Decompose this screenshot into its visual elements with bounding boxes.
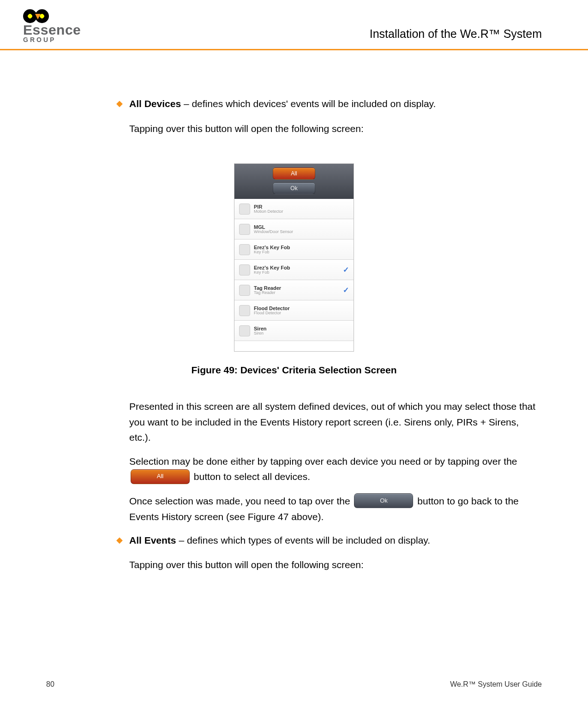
device-subtitle: Tag Reader <box>254 291 339 295</box>
bullet-all-events: ◆ All Events – defines which types of ev… <box>129 533 542 572</box>
footer-guide-title: We.R™ System User Guide <box>450 680 542 689</box>
list-item[interactable]: Erez's Key FobKey Fob✓ <box>234 260 354 280</box>
device-icon <box>239 325 250 336</box>
device-icon <box>239 305 250 316</box>
list-item[interactable]: Tag ReaderTag Reader✓ <box>234 280 354 300</box>
bullet-all-devices: ◆ All Devices – defines which devices' e… <box>129 96 542 136</box>
device-subtitle: Flood Detector <box>254 311 349 316</box>
list-item[interactable]: Flood DetectorFlood Detector <box>234 300 354 321</box>
figure-caption: Figure 49: Devices' Criteria Selection S… <box>191 365 396 376</box>
list-item[interactable]: MGLWindow/Door Sensor <box>234 219 354 240</box>
check-icon: ✓ <box>343 286 349 294</box>
device-icon <box>239 244 250 255</box>
device-title: Tag Reader <box>254 285 339 291</box>
logo-subtext: GROUP <box>23 36 56 43</box>
check-icon: ✓ <box>343 265 349 274</box>
device-icon <box>239 224 250 235</box>
device-title: Erez's Key Fob <box>254 265 339 270</box>
bullet-label: All Events <box>129 535 176 545</box>
content-area: ◆ All Devices – defines which devices' e… <box>0 50 588 572</box>
paragraph-2: Selection may be done either by tapping … <box>129 454 542 485</box>
ok-button[interactable]: Ok <box>273 182 315 194</box>
bullet-subtext: Tapping over this button will open the f… <box>129 121 542 136</box>
list-item[interactable]: SirenSiren <box>234 321 354 341</box>
paragraph-3: Once selection was made, you need to tap… <box>129 493 542 525</box>
bullet-label: All Devices <box>129 98 181 109</box>
bullet-desc: – defines which devices' events will be … <box>181 98 436 109</box>
page-header: Essence GROUP Installation of the We.R™ … <box>0 0 588 50</box>
page-number: 80 <box>46 680 54 689</box>
device-title: PIR <box>254 204 349 210</box>
device-subtitle: Key Fob <box>254 270 339 275</box>
bullet-icon: ◆ <box>116 98 123 108</box>
inline-all-button[interactable]: All <box>131 469 190 484</box>
device-list: PIRMotion DetectorMGLWindow/Door SensorE… <box>234 199 354 351</box>
device-subtitle: Window/Door Sensor <box>254 230 349 234</box>
device-subtitle: Key Fob <box>254 250 349 255</box>
bullet-icon: ◆ <box>116 535 123 545</box>
list-item[interactable]: Erez's Key FobKey Fob <box>234 240 354 260</box>
device-title: Erez's Key Fob <box>254 245 349 250</box>
explanatory-text: Presented in this screen are all system … <box>129 399 542 525</box>
logo: Essence GROUP <box>23 5 81 43</box>
device-title: MGL <box>254 224 349 230</box>
device-icon <box>239 204 250 215</box>
device-title: Flood Detector <box>254 306 349 311</box>
list-item[interactable]: PIRMotion Detector <box>234 199 354 219</box>
inline-ok-button[interactable]: Ok <box>354 493 413 508</box>
page-title: Installation of the We.R™ System <box>370 27 542 43</box>
device-title: Siren <box>254 326 349 331</box>
device-subtitle: Motion Detector <box>254 210 349 214</box>
device-icon <box>239 264 250 276</box>
all-button[interactable]: All <box>273 168 315 180</box>
bullet-desc: – defines which types of events will be … <box>176 535 431 545</box>
screenshot-toolbar: All Ok <box>234 164 354 199</box>
figure-49: All Ok PIRMotion DetectorMGLWindow/Door … <box>46 163 542 376</box>
bullet-subtext: Tapping over this button will open the f… <box>129 557 542 572</box>
device-subtitle: Siren <box>254 331 349 336</box>
device-selection-screenshot: All Ok PIRMotion DetectorMGLWindow/Door … <box>234 163 354 352</box>
device-icon <box>239 285 250 296</box>
paragraph-1: Presented in this screen are all system … <box>129 399 542 445</box>
page-footer: 80 We.R™ System User Guide <box>0 680 588 689</box>
